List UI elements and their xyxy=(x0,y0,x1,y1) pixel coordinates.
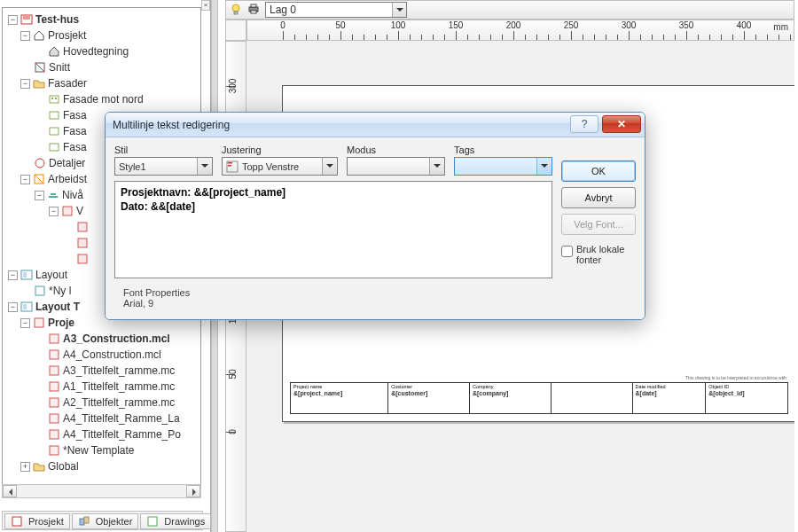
titleblock-cell-empty xyxy=(552,383,633,413)
template-icon xyxy=(48,412,60,425)
tab-drawings[interactable]: Drawings xyxy=(140,513,211,529)
tags-label: Tags xyxy=(454,145,552,155)
svg-rect-7 xyxy=(50,144,59,151)
chevron-down-icon[interactable] xyxy=(429,158,444,175)
svg-rect-36 xyxy=(251,11,256,13)
panel-close-icon[interactable]: × xyxy=(201,0,210,11)
expand-icon[interactable]: − xyxy=(49,207,59,216)
tree-node-fasader[interactable]: − Fasader xyxy=(4,75,199,91)
expand-icon[interactable]: − xyxy=(20,318,30,328)
tab-objekter[interactable]: Objekter xyxy=(72,513,139,529)
tags-combo[interactable] xyxy=(454,157,552,176)
svg-rect-24 xyxy=(50,398,59,407)
sheet-note: This drawing is to be interpreted in acc… xyxy=(685,375,786,380)
tree-horizontal-scrollbar[interactable] xyxy=(2,484,201,498)
expand-icon[interactable]: + xyxy=(20,462,30,472)
expand-icon[interactable]: − xyxy=(8,302,18,312)
project-icon xyxy=(11,515,23,528)
house-icon xyxy=(33,29,45,42)
tree-template-a4c[interactable]: A4_Construction.mcl xyxy=(4,347,199,363)
svg-rect-38 xyxy=(228,162,232,164)
facade-icon xyxy=(48,125,60,137)
tree-template-a2t[interactable]: A2_Tittelfelt_ramme.mc xyxy=(4,395,199,411)
dialog-titlebar[interactable]: Multilinje tekst redigering ? ✕ xyxy=(106,113,645,137)
svg-rect-2 xyxy=(50,96,59,103)
detail-icon xyxy=(34,157,46,169)
template-folder-icon xyxy=(33,317,45,329)
font-properties-value: Arial, 9 xyxy=(123,298,632,309)
bruk-lokale-fonter-checkbox[interactable]: Bruk lokale fonter xyxy=(561,240,636,265)
chevron-down-icon[interactable] xyxy=(392,3,406,17)
expand-icon[interactable]: − xyxy=(8,270,18,280)
svg-rect-18 xyxy=(23,304,27,309)
align-top-left-icon xyxy=(226,160,239,173)
ok-button[interactable]: OK xyxy=(561,160,636,182)
avbryt-button[interactable]: Avbryt xyxy=(561,187,636,208)
close-button[interactable]: ✕ xyxy=(602,115,641,133)
template-icon xyxy=(48,444,60,457)
help-button[interactable]: ? xyxy=(570,115,598,133)
svg-rect-29 xyxy=(80,519,84,525)
svg-rect-28 xyxy=(12,517,21,526)
template-icon xyxy=(48,380,60,393)
titleblock-cell-company: Company&[company] xyxy=(470,383,552,413)
expand-icon[interactable]: − xyxy=(8,15,18,25)
svg-rect-6 xyxy=(50,128,59,135)
svg-rect-33 xyxy=(234,12,238,14)
section-icon xyxy=(34,61,46,74)
expand-icon[interactable]: − xyxy=(35,191,44,200)
stil-combo[interactable]: Style1 xyxy=(114,157,213,176)
titleblock-cell-objectid: Object ID&[object_id] xyxy=(706,383,787,413)
tab-prosjekt[interactable]: Prosjekt xyxy=(4,513,70,529)
layout-icon xyxy=(20,269,33,281)
svg-rect-3 xyxy=(51,98,53,99)
chevron-down-icon[interactable] xyxy=(197,158,212,175)
stil-label: Stil xyxy=(114,145,213,155)
titleblock-cell-date: Date modified&[date] xyxy=(633,383,707,413)
modus-combo[interactable] xyxy=(347,157,445,176)
chevron-down-icon[interactable] xyxy=(322,158,337,175)
multiline-text-dialog: Multilinje tekst redigering ? ✕ Stil Sty… xyxy=(105,112,645,320)
folder-icon xyxy=(33,77,45,90)
template-icon xyxy=(48,332,60,345)
svg-rect-27 xyxy=(50,446,59,455)
layer-selector[interactable]: Lag 0 xyxy=(265,2,407,18)
tree-template-a3t[interactable]: A3_Tittelfelt_ramme.mc xyxy=(4,363,199,379)
tree-template-new[interactable]: *New Template xyxy=(4,442,199,458)
titleblock-cell-customer: Customer&[customer] xyxy=(388,383,470,413)
chevron-down-icon[interactable] xyxy=(536,158,552,175)
svg-rect-13 xyxy=(78,254,87,263)
expand-icon[interactable]: − xyxy=(20,79,30,89)
svg-rect-26 xyxy=(50,430,59,439)
velg-font-button[interactable]: Velg Font... xyxy=(561,214,636,235)
tree-template-a3c[interactable]: A3_Construction.mcl xyxy=(4,331,199,347)
tree-node-fasade1[interactable]: Fasade mot nord xyxy=(4,91,199,107)
svg-rect-12 xyxy=(78,239,87,247)
tree-node-hovedtegning[interactable]: Hovedtegning xyxy=(4,43,199,59)
house-icon xyxy=(48,45,60,58)
justering-combo[interactable]: Topp Venstre xyxy=(222,157,338,176)
checkbox-input[interactable] xyxy=(561,246,573,257)
svg-rect-10 xyxy=(63,207,72,215)
tree-node-prosjekt[interactable]: − Prosjekt xyxy=(4,27,199,43)
tree-node-snitt[interactable]: Snitt xyxy=(4,59,199,75)
template-icon xyxy=(48,428,60,441)
svg-rect-4 xyxy=(55,98,57,99)
tree-template-a4tl[interactable]: A4_Tittelfelt_Ramme_La xyxy=(4,411,199,426)
printer-icon[interactable] xyxy=(247,3,260,18)
titleblock[interactable]: Project name&[project_name] Customer&[cu… xyxy=(290,382,788,414)
text-editor[interactable]: Prosjektnavn: &&[project_name] Dato: &&[… xyxy=(114,181,552,278)
lightbulb-icon[interactable] xyxy=(230,4,242,16)
svg-rect-35 xyxy=(251,4,256,7)
expand-icon[interactable]: − xyxy=(20,31,30,41)
tree-template-a4tp[interactable]: A4_Tittelfelt_Ramme_Po xyxy=(4,426,199,442)
expand-icon[interactable]: − xyxy=(20,175,30,184)
svg-rect-11 xyxy=(78,223,87,231)
level-icon xyxy=(47,189,59,201)
tree-root[interactable]: − Test-hus xyxy=(4,12,199,27)
tree-node-global[interactable]: + Global xyxy=(4,458,199,474)
objects-icon xyxy=(78,515,90,528)
dialog-title: Multilinje tekst redigering xyxy=(113,119,230,131)
svg-point-8 xyxy=(35,159,44,168)
tree-template-a1t[interactable]: A1_Tittelfelt_ramme.mc xyxy=(4,379,199,395)
